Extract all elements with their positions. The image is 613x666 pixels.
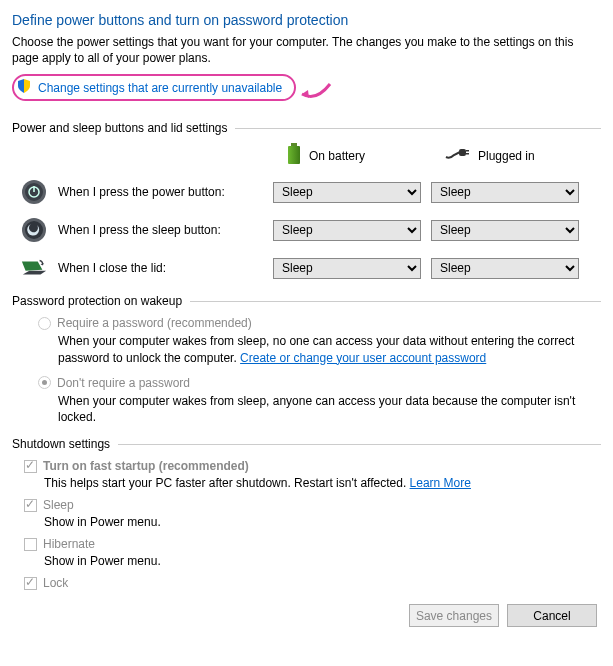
column-plugged-in: Plugged in [444, 143, 601, 168]
lid-plugged-select[interactable]: Sleep [431, 258, 579, 279]
svg-rect-4 [466, 153, 469, 155]
power-button-icon [20, 178, 48, 206]
hibernate-checkbox-text: Show in Power menu. [44, 554, 601, 568]
hibernate-checkbox-label: Hibernate [43, 537, 95, 551]
sleep-button-plugged-select[interactable]: Sleep [431, 220, 579, 241]
power-button-battery-select[interactable]: Sleep [273, 182, 421, 203]
plug-icon [444, 147, 470, 164]
battery-icon [287, 143, 301, 168]
svg-rect-3 [466, 150, 469, 152]
lock-checkbox [24, 577, 37, 590]
change-settings-highlight: Change settings that are currently unava… [12, 74, 296, 101]
save-changes-button: Save changes [409, 604, 499, 627]
column-on-battery: On battery [287, 143, 444, 168]
fast-startup-text: This helps start your PC faster after sh… [44, 476, 410, 490]
sleep-button-label: When I press the sleep button: [58, 223, 273, 237]
sleep-button-battery-select[interactable]: Sleep [273, 220, 421, 241]
power-button-label: When I press the power button: [58, 185, 273, 199]
no-password-radio [38, 376, 51, 389]
page-description: Choose the power settings that you want … [12, 34, 601, 66]
require-password-radio [38, 317, 51, 330]
sleep-button-icon [20, 216, 48, 244]
svg-rect-2 [459, 149, 466, 156]
page-title: Define power buttons and turn on passwor… [12, 12, 601, 28]
change-settings-link[interactable]: Change settings that are currently unava… [38, 81, 282, 95]
shield-icon [16, 78, 32, 97]
svg-rect-8 [33, 186, 35, 192]
sleep-checkbox-label: Sleep [43, 498, 74, 512]
section-shutdown-settings: Shutdown settings [12, 437, 110, 451]
annotation-arrow-icon [298, 82, 332, 107]
no-password-option: Don't require a password When your compu… [38, 376, 601, 425]
cancel-button[interactable]: Cancel [507, 604, 597, 627]
lock-checkbox-label: Lock [43, 576, 68, 590]
require-password-option: Require a password (recommended) When yo… [38, 316, 601, 365]
svg-rect-1 [288, 146, 300, 164]
create-password-link[interactable]: Create or change your user account passw… [240, 351, 486, 365]
section-power-buttons: Power and sleep buttons and lid settings [12, 121, 227, 135]
lid-close-label: When I close the lid: [58, 261, 273, 275]
learn-more-link[interactable]: Learn More [410, 476, 471, 490]
sleep-checkbox [24, 499, 37, 512]
no-password-text: When your computer wakes from sleep, any… [58, 393, 601, 425]
hibernate-checkbox [24, 538, 37, 551]
section-password-protection: Password protection on wakeup [12, 294, 182, 308]
fast-startup-label: Turn on fast startup (recommended) [43, 459, 249, 473]
lid-close-icon [20, 254, 48, 282]
lid-battery-select[interactable]: Sleep [273, 258, 421, 279]
fast-startup-checkbox [24, 460, 37, 473]
power-button-plugged-select[interactable]: Sleep [431, 182, 579, 203]
sleep-checkbox-text: Show in Power menu. [44, 515, 601, 529]
svg-rect-0 [291, 143, 297, 146]
